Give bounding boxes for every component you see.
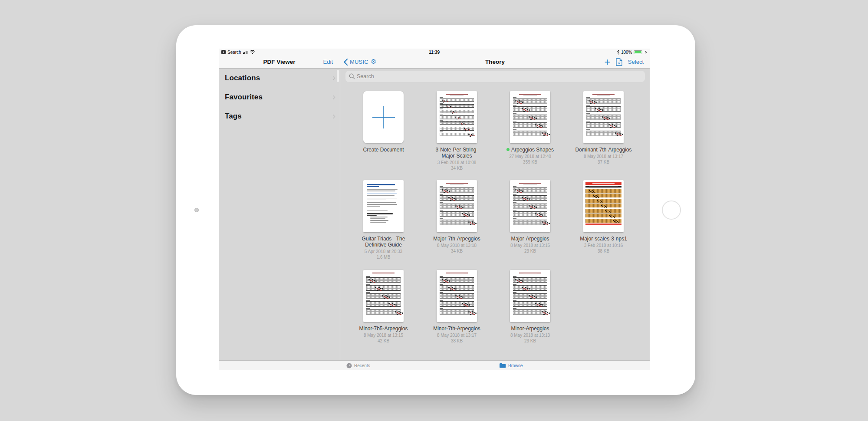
- sidebar-item-locations[interactable]: Locations: [219, 69, 340, 88]
- document-date: 3 Feb 2018 at 10:16: [584, 243, 623, 248]
- tab-browse[interactable]: Browse: [499, 361, 523, 370]
- charging-bolt-icon: [644, 50, 648, 54]
- document-thumbnail: [583, 91, 624, 143]
- document-name: Major-7th-Arpeggios: [433, 236, 480, 242]
- document-date: 8 May 2018 at 13:15: [364, 333, 403, 338]
- document-tile-major-7th-arpeggios[interactable]: Major-7th-Arpeggios 8 May 2018 at 13:18 …: [420, 180, 493, 260]
- folder-icon: [499, 363, 506, 368]
- document-size: 23 KB: [524, 249, 536, 254]
- document-grid-row: Guitar Triads - The Definitive Guide 5 A…: [347, 180, 642, 260]
- document-name: Arpeggios Shapes: [506, 147, 554, 153]
- document-thumbnail: [510, 91, 550, 143]
- document-thumbnail: [363, 270, 404, 322]
- document-tile-arpeggios-shapes[interactable]: Arpeggios Shapes 27 May 2018 at 12:40 35…: [493, 91, 567, 171]
- document-thumbnail: [363, 91, 404, 143]
- document-date: 8 May 2018 at 13:17: [437, 333, 477, 338]
- document-thumbnail: [510, 180, 550, 232]
- clock-icon: [346, 363, 352, 368]
- document-thumbnail: [510, 270, 550, 322]
- import-document-icon[interactable]: [616, 58, 622, 66]
- document-size: 38 KB: [598, 249, 609, 254]
- search-bar: [345, 71, 645, 82]
- document-size: 42 KB: [378, 339, 389, 344]
- bluetooth-icon: [617, 50, 620, 55]
- document-thumbnail: [437, 180, 477, 232]
- document-tile-guitar-triads-the-definitive-guide[interactable]: Guitar Triads - The Definitive Guide 5 A…: [347, 180, 420, 260]
- document-date: 5 Apr 2018 at 20:33: [365, 249, 402, 254]
- document-grid-row: Minor-7b5-Arpeggios 8 May 2018 at 13:15 …: [347, 270, 642, 344]
- search-input[interactable]: [345, 71, 645, 82]
- sidebar: Locations Favourites Tags: [219, 69, 340, 360]
- document-name: Minor-7b5-Arpeggios: [359, 326, 408, 332]
- document-tile-minor-7th-arpeggios[interactable]: Minor-7th-Arpeggios 8 May 2018 at 13:17 …: [420, 270, 493, 344]
- document-thumbnail: [583, 180, 624, 232]
- home-button: [662, 201, 681, 220]
- document-name: Minor-Arpeggios: [511, 326, 549, 332]
- document-size: 34 KB: [451, 166, 463, 171]
- document-date: 8 May 2018 at 13:15: [510, 243, 550, 248]
- sidebar-item-favourites[interactable]: Favourites: [219, 88, 340, 107]
- document-thumbnail: [437, 270, 477, 322]
- status-time: 11:39: [219, 49, 650, 56]
- add-document-button[interactable]: +: [604, 58, 610, 66]
- battery-icon: [634, 50, 644, 54]
- document-name: Guitar Triads - The Definitive Guide: [355, 236, 412, 248]
- document-size: 38 KB: [451, 339, 463, 344]
- document-size: 359 KB: [523, 160, 537, 165]
- document-date: 8 May 2018 at 13:13: [510, 333, 550, 338]
- tab-recents[interactable]: Recents: [346, 361, 370, 370]
- navigation-bar: PDF Viewer Edit MUSIC ⚙ Theory +: [219, 56, 650, 69]
- document-size: 23 KB: [524, 339, 536, 344]
- document-thumbnail: [363, 180, 404, 232]
- document-tile-dominant-7th-arpeggios[interactable]: Dominant-7th-Arpeggios 8 May 2018 at 13:…: [567, 91, 640, 171]
- document-size: 37 KB: [598, 160, 609, 165]
- document-name: Major-scales-3-nps1: [580, 236, 627, 242]
- document-date: 27 May 2018 at 12:40: [509, 154, 551, 159]
- document-name: Major-Arpeggios: [511, 236, 549, 242]
- app-screen: Search 11:39 100%: [219, 49, 650, 370]
- document-tile-minor-arpeggios[interactable]: Minor-Arpeggios 8 May 2018 at 13:13 23 K…: [493, 270, 567, 344]
- document-name: 3-Note-Per-String-Major-Scales: [428, 147, 486, 159]
- edit-button[interactable]: Edit: [323, 56, 333, 68]
- folder-title: Theory: [485, 56, 505, 68]
- document-tile-minor-7b5-arpeggios[interactable]: Minor-7b5-Arpeggios 8 May 2018 at 13:15 …: [347, 270, 420, 344]
- tab-bar: Recents Browse: [219, 360, 650, 370]
- select-button[interactable]: Select: [628, 59, 644, 65]
- document-date: 8 May 2018 at 13:17: [584, 154, 623, 159]
- sidebar-title: PDF Viewer: [263, 56, 295, 68]
- back-chevron-icon[interactable]: [344, 59, 348, 66]
- document-tile-major-scales-3-nps1[interactable]: Major-scales-3-nps1 3 Feb 2018 at 10:16 …: [567, 180, 640, 260]
- sidebar-scrollbar[interactable]: [337, 70, 339, 82]
- document-date: 8 May 2018 at 13:18: [437, 243, 477, 248]
- document-tile-3-note-per-string-major-scales[interactable]: 3-Note-Per-String-Major-Scales 3 Feb 201…: [420, 91, 493, 171]
- back-button-music[interactable]: MUSIC: [350, 59, 368, 65]
- document-size: 1.6 MB: [377, 255, 391, 260]
- document-grid-row: Create Document 3-Note-Per-String-Major-…: [347, 91, 642, 171]
- document-name: Minor-7th-Arpeggios: [433, 326, 480, 332]
- document-date: 3 Feb 2018 at 10:08: [437, 160, 477, 165]
- document-size: 34 KB: [451, 249, 463, 254]
- document-browser: Create Document 3-Note-Per-String-Major-…: [341, 69, 650, 360]
- document-name: Dominant-7th-Arpeggios: [575, 147, 631, 153]
- chevron-right-icon: [331, 95, 335, 99]
- chevron-right-icon: [331, 76, 335, 80]
- battery-percent: 100%: [621, 50, 632, 55]
- settings-gear-icon[interactable]: ⚙: [371, 59, 376, 65]
- status-bar: Search 11:39 100%: [219, 49, 650, 56]
- document-tile-major-arpeggios[interactable]: Major-Arpeggios 8 May 2018 at 13:15 23 K…: [493, 180, 567, 260]
- front-camera: [194, 208, 199, 212]
- chevron-right-icon: [331, 114, 335, 118]
- sidebar-item-tags[interactable]: Tags: [219, 107, 340, 126]
- document-name: Create Document: [363, 147, 404, 153]
- unread-badge: [506, 148, 510, 151]
- document-tile-create-document[interactable]: Create Document: [347, 91, 420, 171]
- document-thumbnail: [437, 91, 477, 143]
- ipad-frame: Search 11:39 100%: [176, 25, 695, 395]
